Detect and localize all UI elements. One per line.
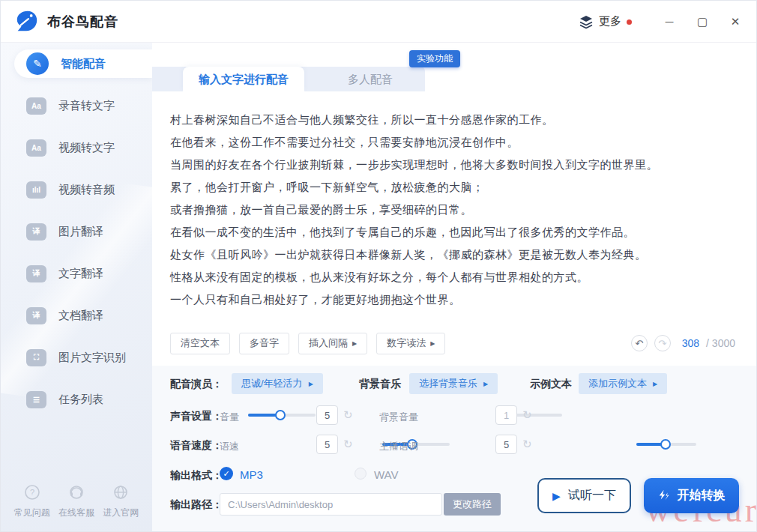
tab-strip: 输入文字进行配音 多人配音 (152, 67, 425, 91)
preview-button[interactable]: ▶ 试听一下 (537, 478, 631, 513)
bg-volume-label: 背景音量 (379, 411, 418, 424)
official-site-link[interactable]: 进入官网 (99, 483, 143, 519)
speed-reset-icon[interactable]: ↻ (343, 438, 353, 451)
image-translate-icon: 译 (26, 223, 46, 241)
settings-panel: 配音演员： 思诚/年轻活力▶ 背景音乐 选择背景音乐▶ 示例文本 添加示例文本▶… (152, 366, 756, 531)
sidebar-item-smart-dubbing[interactable]: ✎ 智能配音 (14, 49, 152, 78)
app-logo: 布谷鸟配音 (14, 9, 118, 34)
sidebar-item-document-translate[interactable]: 译 文档翻译 (1, 294, 152, 336)
online-service-label: 在线客服 (58, 507, 94, 519)
globe-icon (112, 483, 130, 501)
text-editor[interactable]: 村上春树深知自己不适合与他人频繁交往，所以一直十分感恩作家的工作。 在他看来，这… (152, 91, 756, 366)
sidebar-item-video-to-audio[interactable]: ılıl 视频转音频 (1, 169, 152, 211)
sidebar-item-task-list[interactable]: ☰ 任务列表 (1, 378, 152, 420)
tone-value[interactable]: 5 (495, 435, 517, 454)
editor-toolbar: 清空文本 多音字 插入间隔▶ 数字读法▶ ↶ ↷ 308 / 3000 (170, 332, 735, 354)
text-line: 一个人只有和自己相处好了，才能更好地拥抱这个世界。 (170, 288, 734, 311)
sidebar-item-label: 图片文字识别 (58, 351, 126, 365)
tab-multi-voice[interactable]: 多人配音 (323, 67, 417, 91)
official-site-label: 进入官网 (103, 507, 139, 519)
clear-text-button[interactable]: 清空文本 (170, 333, 230, 354)
sound-settings-label: 声音设置： (170, 410, 223, 423)
online-service-link[interactable]: 在线客服 (54, 483, 98, 519)
video-camera-wave-icon: ılıl (26, 181, 46, 199)
char-count: 308 (682, 337, 699, 349)
mp3-radio[interactable]: ✓ (220, 467, 233, 480)
voice-actor-label: 配音演员： (170, 378, 223, 391)
layers-icon (579, 14, 594, 29)
sidebar-item-image-translate[interactable]: 译 图片翻译 (1, 211, 152, 253)
play-icon: ▶ (552, 490, 561, 502)
bg-volume-value[interactable]: 1 (495, 405, 517, 425)
main-panel: 输入文字进行配音 多人配音 实验功能 村上春树深知自己不适合与他人频繁交往，所以… (152, 43, 756, 531)
text-line: 性格从来没有固定的模板，也从来没有好坏之分，每个人都有与世界相处的方式。 (170, 266, 734, 288)
char-counter-group: ↶ ↷ 308 / 3000 (631, 335, 735, 351)
minimize-button[interactable]: ─ (653, 7, 686, 37)
volume-reset-icon[interactable]: ↻ (343, 408, 353, 422)
undo-icon[interactable]: ↶ (631, 335, 648, 351)
tone-label: 主播语调 (379, 440, 418, 453)
text-line: 处女作《且听风吟》一出炉就获得日本群像新人奖，《挪威的森林》更是被无数人奉为经典… (170, 244, 734, 266)
faq-link[interactable]: ? 常见问题 (10, 483, 54, 519)
text-line: 村上春树深知自己不适合与他人频繁交往，所以一直十分感恩作家的工作。 (170, 109, 734, 131)
sidebar-item-label: 视频转音频 (58, 183, 115, 197)
convert-bolt-icon (658, 489, 671, 502)
convert-label: 开始转换 (678, 488, 726, 504)
sidebar-item-label: 文档翻译 (58, 309, 103, 323)
sample-text-select[interactable]: 添加示例文本▶ (579, 373, 667, 394)
speed-settings-label: 语音速度： (170, 439, 223, 453)
title-bar: 布谷鸟配音 更多 ─ ▢ ✕ (1, 1, 756, 43)
voice-actor-value: 思诚/年轻活力 (241, 377, 303, 390)
speed-label: 语速 (220, 440, 239, 453)
experimental-badge: 实验功能 (409, 50, 460, 67)
sidebar-item-label: 文字翻译 (58, 267, 103, 281)
bird-logo-icon (14, 9, 40, 34)
app-title: 布谷鸟配音 (47, 13, 118, 31)
sidebar-item-audio-to-text[interactable]: Aa 录音转文字 (1, 85, 152, 127)
speed-value[interactable]: 5 (316, 435, 338, 454)
sidebar-item-text-translate[interactable]: 译 文字翻译 (1, 253, 152, 294)
chat-translate-icon: 译 (26, 265, 46, 282)
volume-value[interactable]: 5 (316, 405, 338, 425)
image-ocr-icon: ⛶ (26, 349, 46, 366)
voice-actor-select[interactable]: 思诚/年轻活力▶ (232, 373, 323, 394)
maximize-button[interactable]: ▢ (686, 7, 719, 37)
bgm-label: 背景音乐 (359, 378, 401, 391)
speech-bubble-aa-icon: Aa (26, 97, 46, 115)
char-limit: / 3000 (706, 337, 735, 349)
sidebar-footer: ? 常见问题 在线客服 进入官网 (1, 483, 152, 519)
wav-label: WAV (374, 468, 399, 481)
tone-slider[interactable] (636, 439, 696, 450)
redo-icon[interactable]: ↷ (654, 335, 671, 351)
change-path-button[interactable]: 更改路径 (444, 493, 501, 516)
sample-text-value: 添加示例文本 (588, 377, 647, 390)
text-line: 或者撸撸猫，放一首自己最爱的爵士乐，享受细碎的日常。 (170, 199, 734, 221)
wav-radio[interactable] (355, 468, 367, 480)
headset-icon (67, 483, 85, 501)
output-path-input[interactable] (220, 493, 442, 516)
close-button[interactable]: ✕ (719, 7, 752, 37)
text-line: 当周围的好友在各个行业披荆斩棘，一步步实现理想时，他将大多数时间投入到文字的世界… (170, 154, 734, 176)
sidebar-item-label: 任务列表 (58, 393, 103, 407)
polyphonic-button[interactable]: 多音字 (239, 333, 289, 354)
more-menu[interactable]: 更多 (579, 14, 632, 29)
sidebar-item-label: 图片翻译 (58, 225, 103, 239)
sample-text-label: 示例文本 (530, 378, 572, 391)
tone-reset-icon[interactable]: ↻ (522, 438, 532, 451)
sidebar: ✎ 智能配音 Aa 录音转文字 Aa 视频转文字 ılıl 视频转音频 译 图片… (1, 43, 152, 531)
bg-volume-reset-icon[interactable]: ↻ (522, 408, 532, 422)
app-window: 布谷鸟配音 更多 ─ ▢ ✕ ✎ 智能配音 Aa 录音转文字 (0, 0, 757, 532)
volume-slider[interactable] (248, 410, 316, 420)
mp3-label: MP3 (240, 468, 263, 481)
caret-right-icon: ▶ (653, 381, 657, 387)
tab-text-dubbing[interactable]: 输入文字进行配音 (183, 67, 304, 91)
sidebar-item-image-ocr[interactable]: ⛶ 图片文字识别 (1, 336, 152, 378)
number-reading-button[interactable]: 数字读法▶ (376, 333, 445, 354)
bgm-select[interactable]: 选择背景音乐▶ (409, 373, 498, 394)
svg-text:?: ? (30, 488, 34, 497)
question-icon: ? (23, 483, 41, 501)
insert-pause-button[interactable]: 插入间隔▶ (298, 333, 367, 354)
sidebar-item-video-to-text[interactable]: Aa 视频转文字 (1, 127, 152, 169)
faq-label: 常见问题 (14, 507, 50, 519)
start-convert-button[interactable]: 开始转换 (644, 478, 739, 513)
